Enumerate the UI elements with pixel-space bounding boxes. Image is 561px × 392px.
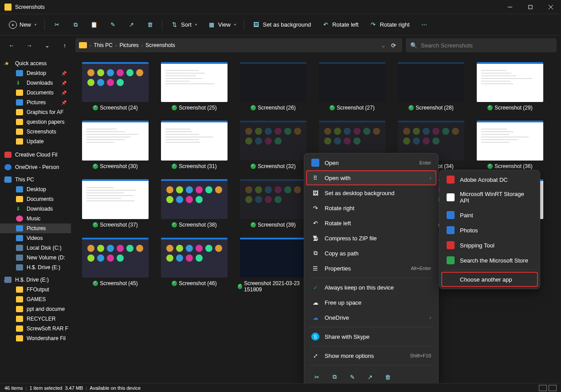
file-thumbnail[interactable]: Screenshot (36) — [475, 121, 545, 169]
sidebar-item[interactable]: Documents — [0, 194, 71, 204]
ctx-always-keep[interactable]: ✓ Always keep on this device — [306, 280, 436, 295]
sidebar-item[interactable]: Update — [0, 137, 71, 146]
sidebar-item[interactable]: Desktop — [0, 184, 71, 194]
ctx-skype[interactable]: S Share with Skype — [306, 329, 436, 344]
refresh-button[interactable]: ⟳ — [391, 42, 396, 49]
sidebar-item[interactable]: ppt and docume — [0, 304, 71, 314]
open-with-app[interactable]: Snipping Tool — [441, 238, 538, 253]
search-input[interactable]: 🔍 Search Screenshots — [406, 38, 557, 52]
file-thumbnail[interactable]: Screenshot (26) — [238, 62, 309, 111]
fi-pic-icon — [16, 225, 23, 231]
sidebar-item[interactable]: ⌄This PC — [0, 175, 71, 184]
file-thumbnail[interactable]: Screenshot (38) — [159, 179, 230, 228]
ctx-delete[interactable]: 🗑 — [381, 370, 395, 383]
sidebar-item[interactable]: Screenshots — [0, 127, 71, 137]
ctx-cut[interactable]: ✂ — [310, 370, 324, 383]
sidebar-item[interactable]: Pictures — [0, 223, 71, 233]
cut-button[interactable]: ✂ — [48, 18, 65, 31]
copy-button[interactable]: ⧉ — [67, 18, 84, 31]
open-with-app[interactable]: Photos — [441, 223, 538, 238]
file-thumbnail[interactable]: Screenshot 2021-03-23 151809 — [238, 238, 309, 293]
ctx-open-with[interactable]: ⠿ Open with › — [306, 170, 436, 185]
sidebar-item[interactable]: GAMES — [0, 294, 71, 304]
file-thumbnail[interactable]: Screenshot (30) — [80, 121, 151, 169]
rotate-right-button[interactable]: ↷ Rotate right — [365, 18, 414, 31]
sort-button[interactable]: ⇅ Sort ▾ — [166, 18, 201, 31]
breadcrumb-item[interactable]: This PC — [94, 42, 113, 48]
paste-button[interactable]: 📋 — [86, 18, 102, 31]
file-thumbnail[interactable]: Screenshot (29) — [475, 62, 545, 111]
minimize-button[interactable] — [500, 0, 520, 14]
ctx-copy-path[interactable]: ⧉ Copy as path — [306, 246, 436, 261]
file-thumbnail[interactable]: Screenshot (37) — [80, 179, 151, 228]
sidebar-item[interactable]: Pictures📌 — [0, 98, 71, 107]
choose-another-app[interactable]: Choose another app — [441, 272, 538, 287]
maximize-button[interactable] — [520, 0, 541, 14]
breadcrumb-item[interactable]: Screenshots — [145, 42, 175, 48]
open-with-app[interactable]: Microsoft WinRT Storage API — [441, 187, 538, 208]
sidebar-item[interactable]: ScrewSoft RAR F — [0, 324, 71, 333]
app-label: Photos — [460, 227, 478, 234]
sidebar-item[interactable]: question papers — [0, 117, 71, 127]
open-with-app[interactable]: Search the Microsoft Store — [441, 253, 538, 268]
file-thumbnail[interactable]: Screenshot (27) — [317, 62, 388, 111]
ctx-properties[interactable]: ☰ Properties Alt+Enter — [306, 261, 436, 276]
set-background-button[interactable]: 🖼 Set as background — [248, 18, 315, 31]
rotate-left-button[interactable]: ↶ Rotate left — [317, 18, 363, 31]
sidebar-item[interactable]: ⬇Downloads — [0, 204, 71, 214]
open-with-app[interactable]: Adobe Acrobat DC — [441, 172, 538, 187]
new-button[interactable]: + New ▾ — [4, 18, 41, 31]
view-details-toggle[interactable] — [539, 385, 547, 391]
sidebar-item[interactable]: FFOutput — [0, 285, 71, 294]
ctx-show-more[interactable]: ⤢ Show more options Shift+F10 — [306, 348, 436, 363]
sidebar-item[interactable]: ⌄H.$. Drive (E:) — [0, 275, 71, 285]
sidebar-item[interactable]: New Volume (D: — [0, 253, 71, 263]
ctx-set-bg[interactable]: 🖼 Set as desktop background — [306, 185, 436, 200]
file-thumbnail[interactable]: Screenshot (24) — [80, 62, 151, 111]
sidebar-item[interactable]: H.$. Drive (E:) — [0, 263, 71, 272]
file-thumbnail[interactable]: Screenshot (46) — [159, 238, 230, 293]
sidebar-item[interactable]: Creative Cloud Fil — [0, 150, 71, 160]
ctx-onedrive[interactable]: ☁ OneDrive › — [306, 310, 436, 325]
ctx-free-up[interactable]: ☁ Free up space — [306, 295, 436, 310]
forward-button[interactable]: → — [22, 38, 36, 52]
more-button[interactable]: ⋯ — [416, 18, 433, 31]
close-button[interactable] — [541, 0, 561, 14]
sidebar-item[interactable]: Music — [0, 214, 71, 223]
ctx-rename[interactable]: ✎ — [345, 370, 359, 383]
sidebar-item[interactable]: Videos — [0, 233, 71, 243]
sidebar-item[interactable]: Graphics for AF — [0, 107, 71, 117]
file-thumbnail[interactable]: Screenshot (45) — [80, 238, 151, 293]
file-thumbnail[interactable]: Screenshot (31) — [159, 121, 230, 169]
back-button[interactable]: ← — [4, 38, 19, 52]
sidebar-item[interactable]: RECYCLER — [0, 314, 71, 324]
sidebar-item[interactable]: ⬇Downloads📌 — [0, 78, 71, 88]
sidebar-item[interactable]: Local Disk (C:) — [0, 243, 71, 253]
view-button[interactable]: ▦ View ▾ — [203, 18, 240, 31]
view-thumbnails-toggle[interactable] — [549, 385, 557, 391]
delete-button[interactable]: 🗑 — [141, 18, 158, 31]
file-thumbnail[interactable]: Screenshot (39) — [238, 179, 309, 228]
breadcrumb-item[interactable]: Pictures — [119, 42, 138, 48]
file-thumbnail[interactable]: Screenshot (28) — [396, 62, 467, 111]
sidebar-item[interactable]: Desktop📌 — [0, 68, 71, 78]
share-button[interactable]: ↗ — [123, 18, 140, 31]
ctx-open[interactable]: Open Enter — [306, 155, 436, 170]
sidebar-item[interactable]: Wondershare Fil — [0, 333, 71, 343]
recent-button[interactable]: ⌄ — [40, 38, 54, 52]
ctx-copy[interactable]: ⧉ — [327, 370, 341, 383]
open-with-app[interactable]: Paint — [441, 208, 538, 223]
sidebar-item[interactable]: ⌄★Quick access — [0, 59, 71, 68]
file-thumbnail[interactable]: Screenshot (25) — [159, 62, 230, 111]
ctx-rotate-right[interactable]: ↷ Rotate right — [306, 200, 436, 216]
ctx-rotate-left[interactable]: ↶ Rotate left — [306, 216, 436, 231]
file-thumbnail[interactable]: Screenshot (32) — [238, 121, 309, 169]
ctx-compress[interactable]: 🗜 Compress to ZIP file — [306, 231, 436, 246]
ctx-share[interactable]: ↗ — [363, 370, 377, 383]
sidebar-item[interactable]: OneDrive - Person — [0, 162, 71, 172]
address-bar[interactable]: › This PC › Pictures › Screenshots ⌄ ⟳ — [75, 38, 402, 52]
up-button[interactable]: ↑ — [58, 38, 72, 52]
chevron-down-icon[interactable]: ⌄ — [381, 42, 386, 49]
sidebar-item[interactable]: Documents📌 — [0, 88, 71, 98]
rename-button[interactable]: ✎ — [104, 18, 121, 31]
